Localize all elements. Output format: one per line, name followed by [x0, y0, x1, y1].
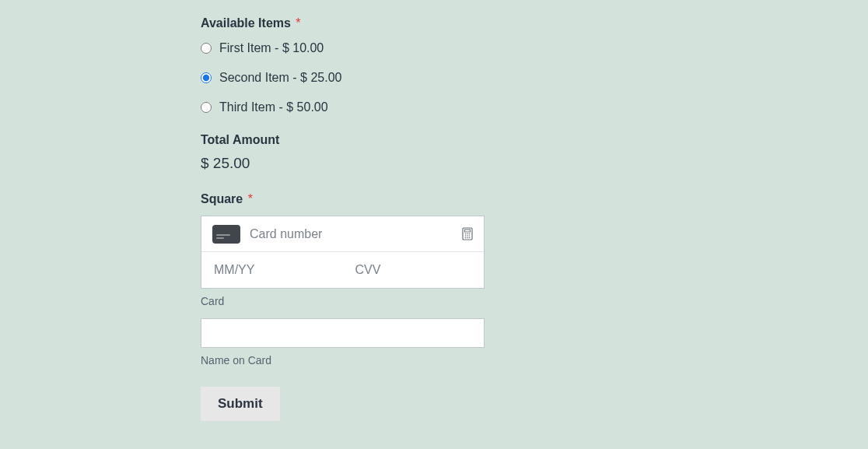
svg-point-8 — [465, 237, 467, 239]
svg-rect-1 — [465, 230, 471, 232]
square-section: Square * — [201, 192, 667, 367]
submit-button[interactable]: Submit — [201, 387, 280, 421]
expiry-input[interactable] — [214, 263, 331, 277]
card-input-frame — [201, 216, 485, 289]
credit-card-icon — [212, 225, 240, 244]
card-number-row — [201, 216, 484, 252]
card-expiry-cvv-row — [201, 252, 484, 288]
form-container: Available Items * First Item - $ 10.00 S… — [201, 0, 667, 421]
radio-item-third[interactable]: Third Item - $ 50.00 — [201, 100, 667, 114]
svg-point-4 — [469, 233, 471, 235]
radio-label-first: First Item - $ 10.00 — [219, 41, 324, 55]
cvv-cell — [343, 263, 485, 277]
total-label: Total Amount — [201, 133, 279, 147]
svg-point-7 — [469, 235, 471, 237]
square-label: Square — [201, 192, 243, 206]
radio-group: First Item - $ 10.00 Second Item - $ 25.… — [201, 41, 667, 114]
radio-item-second[interactable]: Second Item - $ 25.00 — [201, 71, 667, 85]
card-reader-icon — [462, 227, 473, 240]
total-section: Total Amount $ 25.00 — [201, 133, 667, 172]
available-items-section: Available Items * First Item - $ 10.00 S… — [201, 16, 667, 114]
radio-input-first[interactable] — [201, 43, 212, 54]
available-items-label: Available Items — [201, 16, 291, 30]
card-number-input[interactable] — [250, 227, 462, 241]
svg-point-10 — [469, 237, 471, 239]
card-sublabel: Card — [201, 295, 667, 307]
required-asterisk: * — [296, 16, 300, 30]
radio-input-third[interactable] — [201, 102, 212, 113]
svg-point-9 — [467, 237, 468, 239]
radio-input-second[interactable] — [201, 72, 212, 83]
svg-point-5 — [465, 235, 467, 237]
radio-label-third: Third Item - $ 50.00 — [219, 100, 328, 114]
radio-item-first[interactable]: First Item - $ 10.00 — [201, 41, 667, 55]
name-sublabel: Name on Card — [201, 354, 667, 367]
svg-point-2 — [465, 233, 467, 235]
total-value: $ 25.00 — [201, 155, 667, 172]
cvv-input[interactable] — [355, 263, 472, 277]
required-asterisk: * — [248, 192, 253, 205]
radio-label-second: Second Item - $ 25.00 — [219, 71, 341, 85]
svg-point-3 — [467, 233, 468, 235]
name-on-card-input[interactable] — [201, 318, 485, 348]
svg-point-6 — [467, 235, 468, 237]
expiry-cell — [201, 263, 343, 277]
